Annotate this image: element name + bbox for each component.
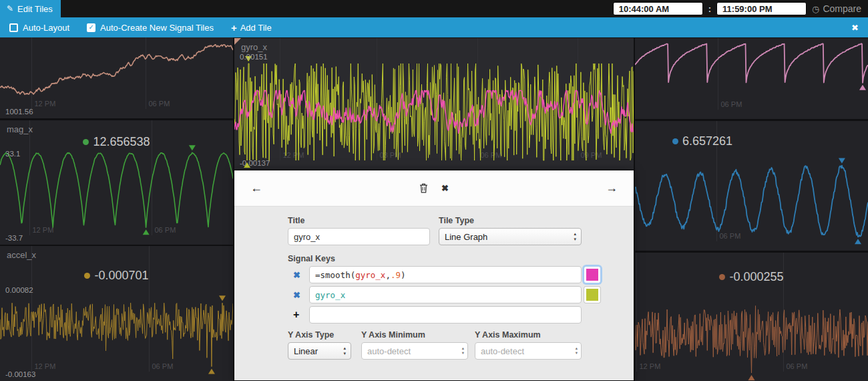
corner-resize-handle[interactable] <box>234 38 241 45</box>
y-axis-type-label: Y Axis Type <box>288 330 351 340</box>
time-tick-label: 03 PM <box>380 151 401 159</box>
title-field-label: Title <box>288 216 430 225</box>
select-caret-icon: ▴▾ <box>343 346 346 356</box>
tile-type-select[interactable]: Line Graph ▴▾ <box>439 228 582 245</box>
series-line <box>0 152 233 227</box>
line-chart[interactable]: 12 PM06 PM <box>0 37 233 118</box>
signal-color-swatch[interactable] <box>584 267 600 283</box>
series-dot-icon <box>672 138 678 144</box>
signal-color-swatch[interactable] <box>584 287 600 303</box>
y-max-label: 33.1 <box>5 150 20 158</box>
remove-signal-button[interactable]: ✖ <box>288 290 309 300</box>
latest-value: -0.000255 <box>635 270 868 284</box>
series-dot-icon <box>84 273 90 279</box>
line-chart[interactable]: 12 PM06 PM <box>0 246 233 381</box>
start-time-input[interactable] <box>613 2 703 15</box>
tile-type-field-label: Tile Type <box>439 216 582 225</box>
y-min-label: -0.00137 <box>240 159 270 167</box>
time-tick-label: 09 PM <box>581 151 602 159</box>
time-tick-label: 06 PM <box>720 232 741 240</box>
compare-button[interactable]: ◷ Compare <box>812 3 861 14</box>
series-line <box>635 43 868 83</box>
time-separator: : <box>708 4 711 14</box>
time-tick-label: 06 PM <box>149 100 170 108</box>
signal-key-input[interactable] <box>309 306 582 324</box>
signal-key-input[interactable]: =smooth(gyro_x,.9) <box>309 266 582 283</box>
add-tile-label: Add Tile <box>240 23 272 33</box>
time-tick-label: 06 PM <box>152 362 174 370</box>
series-dot-icon <box>719 274 725 280</box>
modal-body: Title Tile Type Line Graph ▴▾ Signal Key… <box>234 207 634 380</box>
end-time-input[interactable] <box>716 2 807 15</box>
series-line <box>0 303 233 366</box>
signal-key-row: ✖ =smooth(gyro_x,.9) <box>288 266 582 283</box>
line-chart[interactable]: 12 PM03 PM06 PM09 PM <box>234 38 634 170</box>
add-tile-button[interactable]: + Add Tile <box>231 22 272 33</box>
auto-layout-toggle[interactable]: Auto-Layout <box>9 23 69 33</box>
edit-tiles-tab[interactable]: ✎ Edit Tiles <box>0 0 61 17</box>
time-tick-label: 12 PM <box>33 226 54 234</box>
close-edit-mode-button[interactable]: ✖ <box>851 23 859 33</box>
y-max-label: 0.00082 <box>5 286 33 294</box>
tile-mag-x[interactable]: mag_x 12.656538 33.1 -33.7 12 PM06 PM <box>0 120 233 245</box>
series-line <box>0 45 233 94</box>
time-tick-label: 06 PM <box>481 151 502 159</box>
topbar: ✎ Edit Tiles : ◷ Compare <box>0 0 868 17</box>
y-axis-min-input[interactable] <box>361 342 468 360</box>
modal-header: ← ✖ → <box>234 170 634 207</box>
remove-signal-button[interactable]: ✖ <box>288 270 309 280</box>
select-caret-icon: ▴▾ <box>574 231 576 242</box>
line-chart[interactable]: 06 PM <box>635 121 868 251</box>
y-min-label: -33.7 <box>5 234 23 242</box>
auto-layout-label: Auto-Layout <box>23 23 69 33</box>
tile-title: gyro_x <box>241 42 267 52</box>
number-stepper-icon[interactable]: ▴▾ <box>576 346 578 355</box>
min-marker-icon <box>143 229 150 235</box>
min-marker-icon <box>855 239 861 244</box>
edit-tiles-label: Edit Tiles <box>17 4 53 14</box>
tile-pink-wave[interactable]: 06 PM <box>635 38 868 119</box>
y-max-label: 0.00151 <box>240 53 268 61</box>
checkbox-checked-icon: ✓ <box>87 23 95 32</box>
y-axis-max-label: Y Axis Maximum <box>475 330 582 340</box>
time-tick-label: 12 PM <box>640 362 661 370</box>
max-marker-icon <box>839 158 845 164</box>
series-line <box>635 166 868 237</box>
tile-brown-noise[interactable]: -0.000255 12 PM06 PM <box>635 253 868 381</box>
y-axis-max-input[interactable] <box>475 342 582 360</box>
delete-tile-button[interactable] <box>419 183 428 193</box>
signal-key-input[interactable]: gyro_x <box>309 286 582 303</box>
min-marker-icon <box>859 85 866 90</box>
signal-key-row: + <box>288 306 582 324</box>
compare-clock-icon: ◷ <box>812 4 819 14</box>
signal-keys-list: ✖ =smooth(gyro_x,.9) ✖ gyro_x + <box>288 266 582 324</box>
title-input[interactable] <box>288 228 430 245</box>
previous-tile-button[interactable]: ← <box>250 181 262 195</box>
time-tick-label: 06 PM <box>721 100 742 108</box>
time-tick-label: 06 PM <box>155 226 176 234</box>
compare-label: Compare <box>823 3 861 14</box>
time-tick-label: 06 PM <box>787 362 808 370</box>
add-signal-button[interactable]: + <box>288 309 309 321</box>
auto-create-toggle[interactable]: ✓ Auto-Create New Signal Tiles <box>87 23 214 33</box>
time-tick-label: 12 PM <box>35 100 56 108</box>
tile-title: accel_x <box>7 250 36 260</box>
min-marker-icon <box>208 369 215 374</box>
edit-tile-modal: ← ✖ → Title Tile Type <box>234 170 634 381</box>
tile-gyro-x[interactable]: gyro_x 0.00151 -0.00137 12 PM03 PM06 PM0… <box>234 38 634 170</box>
y-axis-min-label: Y Axis Minimum <box>361 330 468 340</box>
close-modal-button[interactable]: ✖ <box>441 183 449 193</box>
latest-value: -0.000701 <box>0 269 233 283</box>
next-tile-button[interactable]: → <box>606 181 618 195</box>
tile-title: mag_x <box>7 124 33 134</box>
signal-key-row: ✖ gyro_x <box>288 286 582 303</box>
tile-baro[interactable]: 1001.56 12 PM06 PM <box>0 37 233 118</box>
tile-blue-wave[interactable]: 6.657261 06 PM <box>635 121 868 251</box>
max-marker-icon <box>219 295 226 301</box>
series-line <box>635 306 868 374</box>
tile-accel-x[interactable]: accel_x -0.000701 0.00082 -0.00163 12 PM… <box>0 246 233 381</box>
y-axis-type-select[interactable]: Linear ▴▾ <box>288 342 351 360</box>
line-chart[interactable]: 06 PM <box>635 38 868 119</box>
series-dot-icon <box>83 139 89 145</box>
number-stepper-icon[interactable]: ▴▾ <box>462 346 464 355</box>
